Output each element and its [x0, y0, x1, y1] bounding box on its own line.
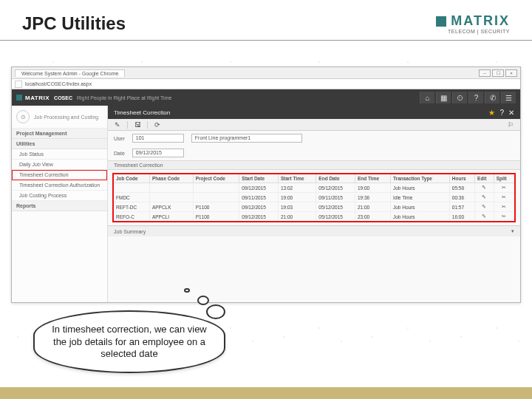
split-icon[interactable]: ✂: [494, 202, 515, 212]
app-logo-icon: [16, 95, 22, 100]
col-start-time[interactable]: Start Time: [278, 174, 316, 183]
cell-ed: 09/11/2015: [316, 193, 355, 202]
edit-icon[interactable]: ✎: [475, 193, 494, 202]
edit-icon[interactable]: ✎: [475, 212, 494, 222]
toolbar-save-icon[interactable]: ✎: [112, 121, 123, 129]
grid-icon[interactable]: ▦: [436, 92, 451, 103]
window-max-button[interactable]: ☐: [492, 69, 504, 77]
toolbar-refresh-icon[interactable]: ⟳: [152, 121, 163, 129]
user-name-input[interactable]: Front Line programmer1: [191, 134, 302, 143]
cell-proj: [193, 193, 239, 202]
window-min-button[interactable]: –: [479, 69, 491, 77]
table-body: 09/12/201513:0205/12/201519:00Job Hours0…: [113, 183, 515, 222]
cell-phase: APPCLK: [149, 202, 193, 212]
app-tagline: Right People in Right Place at Right Tim…: [77, 95, 171, 100]
cell-phase: [149, 193, 193, 202]
user-label: User: [114, 136, 125, 141]
cell-tx: Job Hours: [391, 202, 450, 212]
cell-et: 19:00: [355, 183, 390, 193]
subgrid-title: Timesheet Correction: [108, 160, 520, 170]
split-icon[interactable]: ✂: [494, 183, 515, 193]
module-label: Job Processing and Costing: [34, 115, 98, 120]
cell-ed: 05/12/2015: [316, 183, 355, 193]
module-icon: ⊙: [16, 110, 30, 123]
date-input[interactable]: 09/12/2015: [132, 149, 184, 157]
user-id-input[interactable]: 101: [132, 134, 184, 143]
cell-hrs: 00:36: [449, 193, 474, 202]
table-row[interactable]: FMDC09/11/201519:0009/11/201519:36Idle T…: [113, 193, 515, 202]
toolbar-sep: [127, 121, 128, 129]
brand-square-icon: [436, 16, 446, 27]
edit-icon[interactable]: ✎: [475, 202, 494, 212]
window-close-button[interactable]: ×: [505, 69, 517, 77]
cell-phase: [149, 183, 193, 193]
sidebar-item-timesheet-correction[interactable]: Timesheet Correction: [12, 170, 107, 180]
toolbar-export-icon[interactable]: 🖫: [132, 121, 143, 129]
col-end-date[interactable]: End Date: [316, 174, 355, 183]
cell-phase: APPCLI: [149, 212, 193, 222]
cell-et: 21:00: [355, 202, 390, 212]
clock-icon[interactable]: ⏲: [452, 92, 467, 103]
col-hours[interactable]: Hours: [449, 174, 474, 183]
home-icon[interactable]: ⌂: [420, 92, 434, 103]
col-phase-code[interactable]: Phase Code: [149, 174, 193, 183]
table-row[interactable]: REFO-CAPPCLIP110009/12/201521:0005/12/20…: [113, 212, 515, 222]
col-project-code[interactable]: Project Code: [193, 174, 239, 183]
sidebar-item-tca[interactable]: Timesheet Correction Authorization: [12, 180, 107, 191]
url-text[interactable]: localhost/COSEC/Index.aspx: [25, 81, 92, 86]
split-icon[interactable]: ✂: [494, 212, 515, 222]
app-header: MATRIX COSEC Right People in Right Place…: [12, 89, 520, 106]
col-job-code[interactable]: Job Code: [113, 174, 149, 183]
page-icon: [15, 81, 22, 88]
sidebar-item-job-status[interactable]: Job Status: [12, 149, 107, 160]
panel-help-icon[interactable]: ?: [499, 109, 504, 117]
help-icon[interactable]: ?: [468, 92, 483, 103]
callout-text: In timesheet correction, we can view the…: [52, 324, 207, 359]
slide-title: JPC Utilities: [22, 13, 126, 34]
cell-et: 19:36: [355, 193, 390, 202]
phone-icon[interactable]: ✆: [485, 92, 499, 103]
toolbar-sep: [147, 121, 148, 129]
edit-icon[interactable]: ✎: [475, 183, 494, 193]
sidebar-item-jcp[interactable]: Job Costing Process: [12, 191, 107, 201]
sidebar-section-util[interactable]: Utilities: [12, 139, 107, 149]
cell-et: 23:00: [355, 212, 390, 222]
brand-subtitle: TELECOM | SECURITY: [448, 29, 510, 34]
cell-ed: 05/12/2015: [316, 212, 355, 222]
cell-sd: 09/12/2015: [239, 202, 279, 212]
cell-hrs: 05:58: [449, 183, 474, 193]
job-summary-bar[interactable]: Job Summary ▾: [108, 225, 520, 236]
sidebar-section-reports[interactable]: Reports: [12, 201, 107, 211]
col-split[interactable]: Split: [494, 174, 515, 183]
browser-tab[interactable]: Welcome System Admin - Google Chrome: [15, 69, 125, 77]
star-icon[interactable]: ★: [488, 109, 495, 117]
sidebar-section-pm[interactable]: Project Management: [12, 129, 107, 139]
split-icon[interactable]: ✂: [494, 193, 515, 202]
table-row[interactable]: 09/12/201513:0205/12/201519:00Job Hours0…: [113, 183, 515, 193]
sidebar-item-daily-job-view[interactable]: Daily Job View: [12, 160, 107, 170]
col-tx-type[interactable]: Transaction Type: [391, 174, 450, 183]
browser-tabrow: Welcome System Admin - Google Chrome – ☐…: [12, 67, 520, 79]
timesheet-table: Job Code Phase Code Project Code Start D…: [112, 173, 516, 222]
menu-icon[interactable]: ☰: [501, 92, 516, 103]
cell-job: FMDC: [113, 193, 149, 202]
col-edit[interactable]: Edit: [475, 174, 494, 183]
main-panel: Timesheet Correction ★ ? ✕ ✎ 🖫 ⟳ ⚐ User …: [108, 106, 520, 302]
cell-sd: 09/12/2015: [239, 212, 279, 222]
cell-tx: Job Hours: [391, 212, 450, 222]
toolbar-flag-icon[interactable]: ⚐: [505, 121, 516, 129]
col-start-date[interactable]: Start Date: [239, 174, 279, 183]
sidebar-module[interactable]: ⊙ Job Processing and Costing: [12, 106, 107, 129]
cell-sd: 09/12/2015: [239, 183, 279, 193]
cell-tx: Idle Time: [391, 193, 450, 202]
table-row[interactable]: REFT-DCAPPCLKP110009/12/201519:0305/12/2…: [113, 202, 515, 212]
job-summary-label: Job Summary: [114, 229, 146, 234]
app-product: COSEC: [54, 95, 72, 100]
callout-bubble: In timesheet correction, we can view the…: [33, 310, 225, 373]
sidebar: ⊙ Job Processing and Costing Project Man…: [12, 106, 108, 302]
panel-close-icon[interactable]: ✕: [508, 109, 514, 117]
app-logo: MATRIX: [16, 95, 50, 101]
cell-st: 13:02: [278, 183, 316, 193]
col-end-time[interactable]: End Time: [355, 174, 390, 183]
bottom-strip: [0, 387, 532, 399]
